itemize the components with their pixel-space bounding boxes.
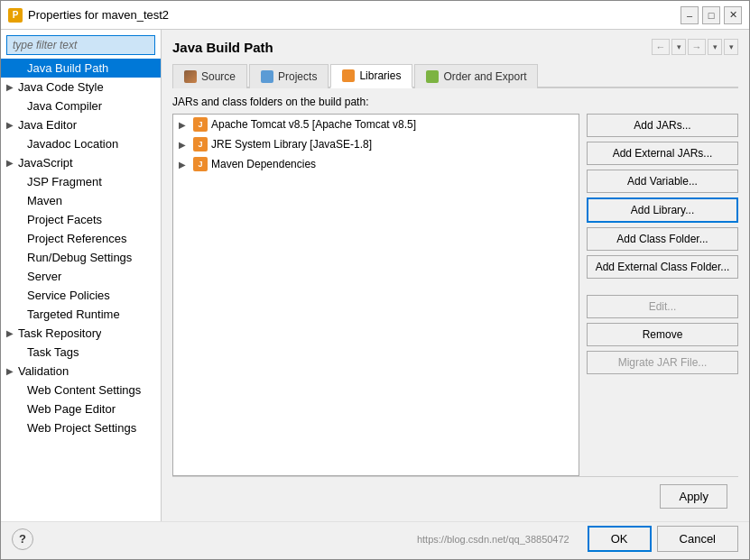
sidebar-item-label-project-facets: Project Facets: [27, 213, 102, 226]
sidebar-item-label-javadoc-location: Javadoc Location: [27, 137, 118, 151]
tab-label-libraries: Libraries: [359, 69, 401, 82]
sidebar-item-java-compiler[interactable]: Java Compiler: [1, 96, 161, 115]
sidebar-item-server[interactable]: Server: [1, 267, 161, 286]
tab-label-source: Source: [201, 70, 236, 83]
expand-arrow-task-repository: ▶: [6, 328, 15, 338]
sidebar-item-label-run-debug-settings: Run/Debug Settings: [27, 251, 132, 264]
sidebar-item-web-project-settings[interactable]: Web Project Settings: [1, 418, 161, 437]
window-title: Properties for maven_test2: [28, 8, 169, 22]
sidebar-item-jsp-fragment[interactable]: JSP Fragment: [1, 172, 161, 191]
migrate-jar-button: Migrate JAR File...: [587, 351, 738, 374]
panel-title: Java Build Path: [172, 40, 273, 55]
jar-lib-icon: J: [193, 117, 208, 132]
sidebar-item-service-policies[interactable]: Service Policies: [1, 286, 161, 305]
sidebar-item-java-build-path[interactable]: Java Build Path: [1, 59, 161, 78]
sidebar-item-web-page-editor[interactable]: Web Page Editor: [1, 399, 161, 418]
content-area: Java Build Path▶Java Code StyleJava Comp…: [1, 30, 749, 521]
jar-label-tomcat: Apache Tomcat v8.5 [Apache Tomcat v8.5]: [211, 118, 416, 131]
order-tab-icon: [426, 70, 439, 83]
jar-expand-icon: ▶: [179, 160, 190, 170]
sidebar: Java Build Path▶Java Code StyleJava Comp…: [1, 30, 162, 521]
sidebar-item-label-targeted-runtime: Targeted Runtime: [27, 308, 120, 321]
maximize-button[interactable]: □: [702, 6, 720, 24]
jar-label-maven: Maven Dependencies: [211, 158, 316, 170]
tab-projects[interactable]: Projects: [249, 64, 329, 88]
sidebar-item-task-tags[interactable]: Task Tags: [1, 343, 161, 362]
sidebar-item-label-java-code-style: Java Code Style: [18, 80, 104, 94]
edit-button: Edit...: [587, 295, 738, 318]
tab-libraries[interactable]: Libraries: [330, 64, 412, 88]
sidebar-item-maven[interactable]: Maven: [1, 191, 161, 210]
panel-header: Java Build Path ← ▾ → ▾ ▾: [172, 39, 738, 55]
window-controls: – □ ✕: [681, 6, 742, 24]
apply-bar: Apply: [172, 476, 738, 514]
sidebar-item-label-java-compiler: Java Compiler: [27, 99, 102, 113]
forward-dropdown[interactable]: ▾: [708, 39, 722, 55]
add-library-button[interactable]: Add Library...: [587, 197, 738, 223]
menu-dropdown[interactable]: ▾: [724, 39, 738, 55]
jar-item-jre[interactable]: ▶JJRE System Library [JavaSE-1.8]: [173, 134, 579, 154]
remove-button[interactable]: Remove: [587, 323, 738, 346]
title-bar: P Properties for maven_test2 – □ ✕: [1, 1, 749, 30]
back-dropdown[interactable]: ▾: [671, 39, 686, 55]
jar-expand-icon: ▶: [179, 140, 190, 150]
ok-cancel-group: OK Cancel: [588, 526, 738, 552]
expand-arrow-java-editor: ▶: [6, 120, 15, 130]
nav-arrows: ← ▾ → ▾ ▾: [652, 39, 738, 55]
sidebar-item-project-references[interactable]: Project References: [1, 229, 161, 248]
add-class-folder-button[interactable]: Add Class Folder...: [587, 227, 738, 251]
expand-arrow-validation: ▶: [6, 366, 15, 376]
sidebar-item-targeted-runtime[interactable]: Targeted Runtime: [1, 305, 161, 324]
filter-input[interactable]: [6, 35, 155, 55]
jar-item-tomcat[interactable]: ▶JApache Tomcat v8.5 [Apache Tomcat v8.5…: [173, 115, 579, 134]
sidebar-item-label-service-policies: Service Policies: [27, 289, 110, 302]
properties-dialog: P Properties for maven_test2 – □ ✕ Java …: [0, 0, 750, 560]
expand-arrow-javascript: ▶: [6, 158, 15, 168]
sidebar-item-label-javascript: JavaScript: [18, 156, 73, 170]
sidebar-item-javadoc-location[interactable]: Javadoc Location: [1, 134, 161, 153]
tab-label-order-export: Order and Export: [443, 70, 526, 83]
close-button[interactable]: ✕: [724, 6, 742, 24]
sidebar-item-task-repository[interactable]: ▶Task Repository: [1, 324, 161, 343]
add-variable-button[interactable]: Add Variable...: [587, 170, 738, 193]
tab-source[interactable]: Source: [172, 64, 247, 88]
help-button[interactable]: ?: [12, 528, 33, 550]
cancel-button[interactable]: Cancel: [657, 526, 738, 552]
back-button[interactable]: ←: [652, 39, 670, 55]
jar-list: ▶JApache Tomcat v8.5 [Apache Tomcat v8.5…: [172, 114, 579, 476]
url-hint: https://blog.csdn.net/qq_38850472: [417, 534, 569, 545]
jar-label-jre: JRE System Library [JavaSE-1.8]: [211, 138, 372, 151]
buildpath-main: ▶JApache Tomcat v8.5 [Apache Tomcat v8.5…: [172, 114, 738, 476]
button-panel: Add JARs...Add External JARs...Add Varia…: [587, 114, 738, 476]
sidebar-item-javascript[interactable]: ▶JavaScript: [1, 153, 161, 172]
jar-lib-icon: J: [193, 157, 208, 171]
sidebar-item-label-project-references: Project References: [27, 232, 127, 245]
sidebar-item-label-java-editor: Java Editor: [18, 118, 77, 132]
sidebar-item-web-content-settings[interactable]: Web Content Settings: [1, 381, 161, 399]
minimize-button[interactable]: –: [681, 6, 699, 24]
sidebar-item-label-jsp-fragment: JSP Fragment: [27, 175, 102, 188]
tab-order-export[interactable]: Order and Export: [414, 64, 538, 88]
title-bar-left: P Properties for maven_test2: [8, 8, 169, 23]
main-panel: Java Build Path ← ▾ → ▾ ▾ SourceProjects…: [162, 30, 749, 521]
sidebar-item-project-facets[interactable]: Project Facets: [1, 210, 161, 229]
sidebar-list: Java Build Path▶Java Code StyleJava Comp…: [1, 59, 161, 521]
ok-button[interactable]: OK: [588, 526, 652, 552]
sidebar-item-label-web-page-editor: Web Page Editor: [27, 402, 116, 416]
sidebar-item-label-server: Server: [27, 270, 61, 283]
projects-tab-icon: [261, 70, 273, 83]
add-external-class-folder-button[interactable]: Add External Class Folder...: [587, 255, 738, 279]
sidebar-item-validation[interactable]: ▶Validation: [1, 362, 161, 381]
jar-expand-icon: ▶: [179, 120, 190, 130]
add-jars-button[interactable]: Add JARs...: [587, 114, 738, 137]
sidebar-item-java-editor[interactable]: ▶Java Editor: [1, 115, 161, 134]
jar-item-maven[interactable]: ▶JMaven Dependencies: [173, 154, 579, 174]
sidebar-item-label-task-repository: Task Repository: [18, 326, 101, 340]
sidebar-item-java-code-style[interactable]: ▶Java Code Style: [1, 78, 161, 96]
apply-button[interactable]: Apply: [660, 484, 727, 509]
libraries-tab-icon: [342, 69, 355, 82]
add-external-jars-button[interactable]: Add External JARs...: [587, 142, 738, 165]
app-icon: P: [8, 8, 23, 23]
forward-button[interactable]: →: [688, 39, 706, 55]
sidebar-item-run-debug-settings[interactable]: Run/Debug Settings: [1, 248, 161, 267]
